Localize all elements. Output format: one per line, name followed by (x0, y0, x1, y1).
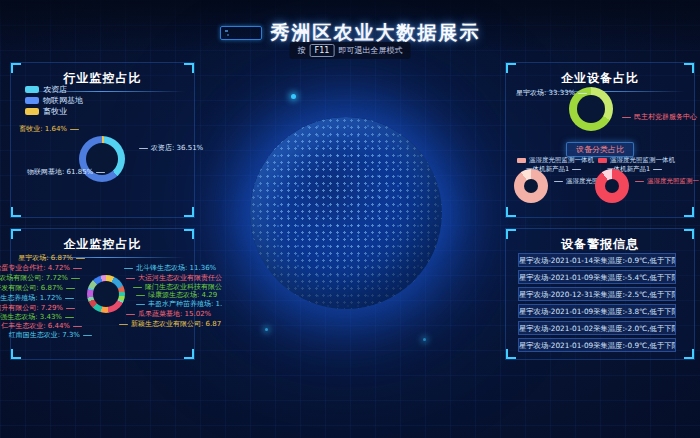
legend-label: 物联网基地 (43, 95, 83, 106)
legend-swatch (598, 158, 607, 163)
globe-visualization (250, 117, 442, 309)
alarm-row: 星宇农场-2020-12-31采集温度:-2.5℃,低于下限:0℃ (518, 287, 676, 301)
pie-label: 丰盈水产种苗养殖场: 1. (136, 300, 222, 309)
panel-enterprise-ratio: 企业监控占比 星宇农场: 6.87% 红超禽蛋专业合作社: 4.72% 家信农场… (10, 228, 195, 360)
pie-label: 李强生态农场: 3.43% (0, 313, 74, 322)
f11-key-badge: F11 (310, 44, 335, 57)
glow-dot (265, 328, 268, 331)
pie-label-iot: 物联网基地: 61.85% (27, 168, 105, 177)
donut-hole (93, 281, 119, 307)
legend-swatch (517, 158, 526, 163)
panel-device-ratio: 企业设备占比 星宇农场: 33.33% 民主村党群服务中心 设备分类占比 温湿度… (505, 62, 695, 218)
panel-title: 企业设备占比 (506, 63, 694, 87)
legend-swatch (25, 108, 39, 115)
classification-donut-left[interactable] (514, 169, 548, 203)
donut-hole (605, 179, 619, 193)
tip-suffix: 即可退出全屏模式 (338, 45, 402, 56)
legend-item-sensor-right[interactable]: 温湿度光照监测一体机 (598, 156, 675, 165)
dashboard: { "app": { "title": "秀洲区农业大数据展示", "fulls… (0, 0, 700, 438)
glow-dot (291, 94, 296, 99)
tip-prefix: 按 (298, 45, 306, 56)
glow-dot (423, 338, 426, 341)
pie-label: 中信升有限公司: 7.29% (0, 304, 75, 313)
panel-industry-ratio: 行业监控占比 农资店 物联网基地 畜牧业 畜牧业: 1.64% 农资店: 36.… (10, 62, 195, 218)
legend-label: 温湿度光照监测一体机 (529, 156, 594, 165)
logo-badge (220, 26, 262, 40)
alarm-row: 星宇农场-2021-01-09采集温度:-5.4℃,低于下限:0℃ (518, 270, 676, 284)
legend-label: 畜牧业 (43, 106, 67, 117)
legend-swatch (25, 86, 39, 93)
pie-label: 红南国生态农业: 7.3% (9, 331, 92, 340)
alarm-row: 星宇农场-2021-01-02采集温度:-2.0℃,低于下限:0℃ (518, 321, 676, 335)
pie-label-livestock: 畜牧业: 1.64% (19, 125, 79, 134)
pie-label: 红超禽蛋专业合作社: 4.72% (0, 264, 82, 273)
pie-label: 上华生态养殖场: 1.72% (0, 294, 74, 303)
classification-title: 设备分类占比 (566, 142, 634, 157)
classification-donut-right[interactable] (595, 169, 629, 203)
legend-item-sensor-left[interactable]: 温湿度光照监测一体机 (517, 156, 594, 165)
pie-label-right: 民主村党群服务中心 (622, 113, 697, 122)
pie-label: 仁丰生态农业: 6.44% (1, 322, 82, 331)
panel-device-alarms: 设备警报信息 星宇农场-2021-01-14采集温度:-0.9℃,低于下限:0℃… (505, 228, 695, 360)
pie-label: 绿康源生态农场: 4.29 (136, 291, 217, 300)
alarm-row: 星宇农场-2021-01-14采集温度:-0.9℃,低于下限:0℃ (518, 253, 676, 267)
pie-label-left: 星宇农场: 33.33% (516, 89, 587, 98)
legend-label: 温湿度光照监测一体机 (610, 156, 675, 165)
pie-label: 家信农场有限公司: 7.72% (0, 274, 80, 283)
panel-title: 企业监控占比 (11, 229, 194, 253)
pie-callout-right: 温湿度光照监测一 (635, 177, 699, 186)
donut-hole (577, 95, 605, 123)
enterprise-donut-chart[interactable] (87, 275, 125, 313)
pie-label: 大运河生态农业有限责任公 (126, 274, 222, 283)
legend-item-iot[interactable]: 物联网基地 (25, 95, 83, 106)
legend-item-store[interactable]: 农资店 (25, 84, 67, 95)
alarm-row: 星宇农场-2021-01-09采集温度:-3.8℃,低于下限:0℃ (518, 304, 676, 318)
legend-item-livestock[interactable]: 畜牧业 (25, 106, 67, 117)
donut-hole (524, 179, 538, 193)
pie-label-store: 农资店: 36.51% (139, 144, 203, 153)
pie-label: 星宇农场: 6.87% (18, 254, 85, 263)
legend-label: 农资店 (43, 84, 67, 95)
pie-label: 北斗锋生态农场: 11.36% (124, 264, 216, 273)
pie-label: 国平发有限公司: 6.87% (0, 284, 75, 293)
pie-label: 瓜果蔬菜基地: 15.02% (126, 310, 211, 319)
pie-label: 新颖生态农业有限公司: 6.87 (119, 320, 221, 329)
panel-title: 设备警报信息 (506, 229, 694, 253)
fullscreen-tip: 按 F11 即可退出全屏模式 (290, 42, 411, 59)
alarm-row: 星宇农场-2021-01-09采集温度:-0.9℃,低于下限:0℃ (518, 338, 676, 352)
legend-swatch (25, 97, 39, 104)
